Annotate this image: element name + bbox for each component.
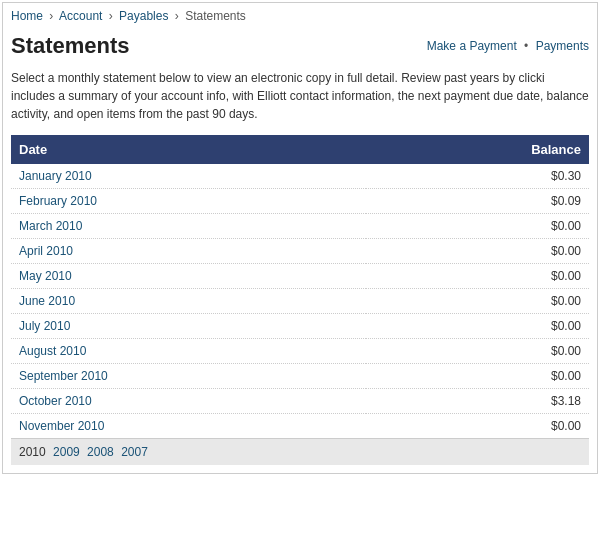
statement-link-10[interactable]: November 2010	[19, 419, 104, 433]
breadcrumb: Home › Account › Payables › Statements	[11, 9, 589, 23]
table-row: August 2010$0.00	[11, 339, 589, 364]
statement-link-4[interactable]: May 2010	[19, 269, 72, 283]
statement-link-9[interactable]: October 2010	[19, 394, 92, 408]
year-footer: 2010 2009 2008 2007	[11, 438, 589, 465]
table-row: May 2010$0.00	[11, 264, 589, 289]
statement-link-6[interactable]: July 2010	[19, 319, 70, 333]
table-cell-balance: $0.00	[366, 414, 589, 439]
table-row: November 2010$0.00	[11, 414, 589, 439]
breadcrumb-sep-1: ›	[49, 9, 53, 23]
table-cell-balance: $0.00	[366, 214, 589, 239]
table-row: January 2010$0.30	[11, 164, 589, 189]
statement-link-2[interactable]: March 2010	[19, 219, 82, 233]
table-row: June 2010$0.00	[11, 289, 589, 314]
statement-link-7[interactable]: August 2010	[19, 344, 86, 358]
breadcrumb-current: Statements	[185, 9, 246, 23]
breadcrumb-payables[interactable]: Payables	[119, 9, 168, 23]
current-year: 2010	[19, 445, 46, 459]
year-link-2007[interactable]: 2007	[121, 445, 148, 459]
header-row: Statements Make a Payment • Payments	[11, 33, 589, 59]
col-date: Date	[11, 135, 366, 164]
table-row: February 2010$0.09	[11, 189, 589, 214]
col-balance: Balance	[366, 135, 589, 164]
table-header-row: Date Balance	[11, 135, 589, 164]
table-cell-date: March 2010	[11, 214, 366, 239]
table-cell-date: July 2010	[11, 314, 366, 339]
table-row: April 2010$0.00	[11, 239, 589, 264]
table-cell-balance: $0.00	[366, 339, 589, 364]
page-wrapper: Home › Account › Payables › Statements S…	[2, 2, 598, 474]
statements-table: Date Balance January 2010$0.30February 2…	[11, 135, 589, 438]
breadcrumb-sep-3: ›	[175, 9, 179, 23]
table-cell-date: August 2010	[11, 339, 366, 364]
table-cell-balance: $3.18	[366, 389, 589, 414]
table-row: October 2010$3.18	[11, 389, 589, 414]
year-link-2009[interactable]: 2009	[53, 445, 80, 459]
description-text: Select a monthly statement below to view…	[11, 69, 589, 123]
table-cell-date: October 2010	[11, 389, 366, 414]
statement-link-5[interactable]: June 2010	[19, 294, 75, 308]
breadcrumb-home[interactable]: Home	[11, 9, 43, 23]
year-link-2008[interactable]: 2008	[87, 445, 114, 459]
table-cell-date: April 2010	[11, 239, 366, 264]
table-cell-date: May 2010	[11, 264, 366, 289]
table-row: March 2010$0.00	[11, 214, 589, 239]
table-row: July 2010$0.00	[11, 314, 589, 339]
make-payment-link[interactable]: Make a Payment	[427, 39, 517, 53]
header-links-dot: •	[524, 39, 528, 53]
statement-link-1[interactable]: February 2010	[19, 194, 97, 208]
statement-link-0[interactable]: January 2010	[19, 169, 92, 183]
table-cell-balance: $0.30	[366, 164, 589, 189]
table-cell-date: June 2010	[11, 289, 366, 314]
table-cell-balance: $0.00	[366, 239, 589, 264]
table-cell-balance: $0.00	[366, 289, 589, 314]
table-cell-balance: $0.09	[366, 189, 589, 214]
breadcrumb-account[interactable]: Account	[59, 9, 102, 23]
payments-link[interactable]: Payments	[536, 39, 589, 53]
statement-link-8[interactable]: September 2010	[19, 369, 108, 383]
table-cell-balance: $0.00	[366, 364, 589, 389]
table-cell-balance: $0.00	[366, 314, 589, 339]
header-links: Make a Payment • Payments	[427, 39, 589, 53]
statement-link-3[interactable]: April 2010	[19, 244, 73, 258]
breadcrumb-sep-2: ›	[109, 9, 113, 23]
page-title: Statements	[11, 33, 130, 59]
table-cell-date: November 2010	[11, 414, 366, 439]
table-cell-date: February 2010	[11, 189, 366, 214]
table-cell-date: January 2010	[11, 164, 366, 189]
table-cell-balance: $0.00	[366, 264, 589, 289]
table-cell-date: September 2010	[11, 364, 366, 389]
table-row: September 2010$0.00	[11, 364, 589, 389]
